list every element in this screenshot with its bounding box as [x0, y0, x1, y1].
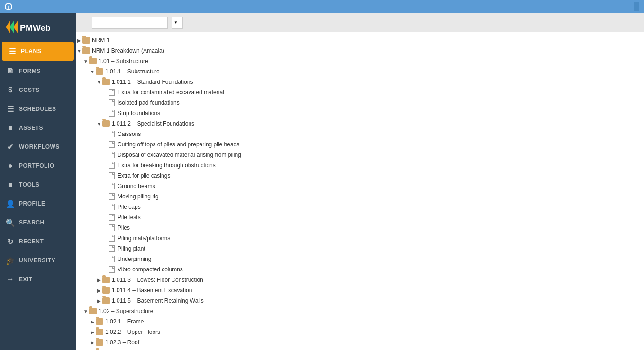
folder-icon-nrm1-breakdown: [82, 47, 90, 54]
sidebar-label-workflows: WORKFLOWS: [19, 144, 60, 150]
content-area: ▶NRM 1▼NRM 1 Breakdown (Amaala)▼1.01 – S…: [76, 13, 644, 350]
tree-node-caissons[interactable]: Caissons: [76, 129, 644, 139]
top-bar: i: [0, 0, 644, 13]
sidebar-label-profile: PROFILE: [19, 200, 45, 207]
sidebar-icon-schedules: ☰: [6, 104, 15, 114]
tree-toggle-nrm1[interactable]: ▶: [76, 38, 82, 43]
folder-icon-1022: [96, 329, 103, 335]
sidebar-label-schedules: SCHEDULES: [19, 106, 56, 112]
sidebar-item-profile[interactable]: 👤PROFILE: [0, 194, 76, 213]
doc-icon-extra-contam: [109, 89, 115, 96]
tree-label-underpinning: Underpinning: [118, 256, 151, 262]
tree-node-10111[interactable]: ▼1.011.1 – Standard Foundations: [76, 77, 644, 87]
tree-node-piling-plant[interactable]: Piling plant: [76, 243, 644, 254]
tree-label-extra-casings: Extra for pile casings: [118, 172, 170, 179]
sidebar-label-university: UNIVERSITY: [19, 257, 55, 264]
tree-toggle-10111[interactable]: ▼: [96, 80, 102, 85]
sidebar-icon-profile: 👤: [6, 199, 15, 208]
tree-toggle-1023[interactable]: ▶: [89, 340, 96, 345]
tree-node-1022[interactable]: ▶1.02.2 – Upper Floors: [76, 327, 644, 337]
doc-icon-disposal-excav: [109, 152, 115, 158]
sidebar-item-tools[interactable]: ■TOOLS: [0, 175, 76, 194]
sidebar-item-portfolio[interactable]: ●PORTFOLIO: [0, 156, 76, 175]
tree-node-extra-break[interactable]: Extra for breaking through obstructions: [76, 160, 644, 171]
tree-label-nrm1: NRM 1: [92, 37, 109, 44]
sidebar-icon-exit: →: [6, 275, 15, 284]
tree-node-10115[interactable]: ▶1.011.5 – Basement Retaining Walls: [76, 296, 644, 306]
sidebar-item-exit[interactable]: →EXIT: [0, 270, 76, 289]
sidebar-icon-forms: 🗎: [6, 66, 15, 76]
tree-label-ground-beams: Ground beams: [118, 183, 155, 189]
tree-node-extra-contam[interactable]: Extra for contaminated excavated materia…: [76, 87, 644, 98]
sidebar-item-forms[interactable]: 🗎FORMS: [0, 62, 76, 81]
tree-node-piles[interactable]: Piles: [76, 223, 644, 233]
sidebar-icon-university: 🎓: [6, 256, 15, 265]
tree-node-pile-caps[interactable]: Pile caps: [76, 202, 644, 212]
tree-label-pile-caps: Pile caps: [118, 204, 141, 210]
tree-toggle-1011[interactable]: ▼: [89, 69, 96, 74]
tree-label-piling-mats: Piling mats/platforms: [118, 235, 170, 242]
sidebar-icon-recent: ↻: [6, 237, 15, 246]
tree-node-underpinning[interactable]: Underpinning: [76, 254, 644, 264]
tree-toggle-101[interactable]: ▼: [82, 59, 89, 64]
tree-node-1011[interactable]: ▼1.01.1 – Substructure: [76, 66, 644, 77]
tree-toggle-10112[interactable]: ▼: [96, 121, 102, 126]
tree-node-strip-found[interactable]: Strip foundations: [76, 108, 644, 118]
tree-toggle-10114[interactable]: ▶: [96, 288, 102, 293]
tree-node-isolated-pad[interactable]: Isolated pad foundations: [76, 98, 644, 108]
sidebar-item-recent[interactable]: ↻RECENT: [0, 232, 76, 251]
tree-node-disposal-excav[interactable]: Disposal of excavated material arising f…: [76, 150, 644, 160]
tree-node-vibro[interactable]: Vibro compacted columns: [76, 264, 644, 275]
sidebar-item-costs[interactable]: $COSTS: [0, 81, 76, 99]
tree-node-1021[interactable]: ▶1.02.1 – Frame: [76, 316, 644, 327]
sidebar-icon-portfolio: ●: [6, 161, 15, 171]
doc-icon-isolated-pad: [109, 99, 115, 106]
tree-toggle-nrm1-breakdown[interactable]: ▼: [76, 48, 82, 54]
tree-toggle-102[interactable]: ▼: [82, 309, 89, 314]
search-input[interactable]: [92, 17, 168, 29]
tree-node-nrm1[interactable]: ▶NRM 1: [76, 35, 644, 45]
sidebar-icon-costs: $: [6, 85, 15, 95]
sidebar-label-recent: RECENT: [19, 238, 44, 245]
logo-svg: PMWeb: [6, 18, 58, 36]
folder-icon-102: [89, 308, 97, 314]
folder-icon-1023: [96, 339, 103, 346]
tree-toggle-1022[interactable]: ▶: [89, 330, 96, 335]
tree-toggle-1021[interactable]: ▶: [89, 319, 96, 324]
folder-icon-10112: [102, 120, 110, 127]
tree-node-10114[interactable]: ▶1.011.4 – Basement Excavation: [76, 285, 644, 296]
search-dropdown[interactable]: [172, 17, 183, 29]
tree-node-cutting-off[interactable]: Cutting off tops of piles and preparing …: [76, 139, 644, 150]
tree-node-nrm1-breakdown[interactable]: ▼NRM 1 Breakdown (Amaala): [76, 45, 644, 56]
sidebar-item-assets[interactable]: ■ASSETS: [0, 118, 76, 137]
tree-label-10114: 1.011.4 – Basement Excavation: [112, 287, 192, 294]
sidebar-label-assets: ASSETS: [19, 125, 43, 131]
sidebar-item-schedules[interactable]: ☰SCHEDULES: [0, 99, 76, 118]
sidebar: PMWeb ☰PLANS🗎FORMS$COSTS☰SCHEDULES■ASSET…: [0, 13, 76, 350]
info-icon[interactable]: i: [5, 3, 12, 10]
tree-toggle-10113[interactable]: ▶: [96, 278, 102, 283]
tree-node-pile-tests[interactable]: Pile tests: [76, 212, 644, 223]
tree-node-102[interactable]: ▼1.02 – Superstructure: [76, 306, 644, 316]
sidebar-icon-workflows: ✔: [6, 142, 15, 152]
tree-toggle-10115[interactable]: ▶: [96, 298, 102, 304]
tree-node-moving-piling[interactable]: Moving piling rig: [76, 191, 644, 202]
sidebar-item-plans[interactable]: ☰PLANS: [2, 42, 74, 61]
tree-node-10113[interactable]: ▶1.011.3 – Lowest Floor Construction: [76, 275, 644, 285]
folder-icon-101: [89, 58, 97, 64]
tree-node-piling-mats[interactable]: Piling mats/platforms: [76, 233, 644, 243]
sidebar-icon-plans: ☰: [8, 46, 17, 56]
tree-node-10112[interactable]: ▼1.011.2 – Specialist Foundations: [76, 118, 644, 129]
tree-node-101[interactable]: ▼1.01 – Substructure: [76, 56, 644, 66]
menu-icon[interactable]: [81, 22, 84, 24]
sidebar-icon-assets: ■: [6, 123, 15, 133]
sidebar-item-search[interactable]: 🔍SEARCH: [0, 213, 76, 232]
top-bar-right-handle[interactable]: [634, 2, 639, 11]
tree-node-extra-casings[interactable]: Extra for pile casings: [76, 171, 644, 181]
tree-node-1024[interactable]: ▶1.02.4 – Stairs and Ramps: [76, 348, 644, 350]
tree-node-1023[interactable]: ▶1.02.3 – Roof: [76, 337, 644, 348]
sidebar-item-university[interactable]: 🎓UNIVERSITY: [0, 251, 76, 270]
tree-label-extra-contam: Extra for contaminated excavated materia…: [118, 89, 224, 96]
tree-node-ground-beams[interactable]: Ground beams: [76, 181, 644, 191]
sidebar-item-workflows[interactable]: ✔WORKFLOWS: [0, 137, 76, 156]
